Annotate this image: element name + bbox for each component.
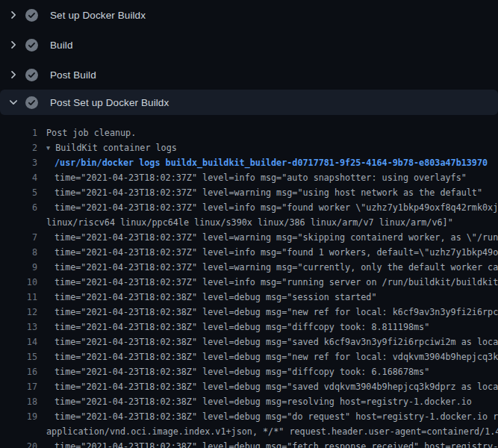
log-line: 13time="2021-04-23T18:02:38Z" level=debu…	[0, 320, 498, 335]
log-line-text: Post job cleanup.	[46, 125, 498, 140]
log-line-text: time="2021-04-23T18:02:37Z" level=warnin…	[46, 260, 498, 275]
log-line-number[interactable]: 11	[0, 290, 37, 305]
log-line-number[interactable]: 20	[0, 439, 37, 448]
log-line-number[interactable]: 9	[0, 260, 37, 275]
log-line: 9time="2021-04-23T18:02:37Z" level=warni…	[0, 260, 498, 275]
log-line-number[interactable]: 8	[0, 245, 37, 260]
log-line-text: time="2021-04-23T18:02:38Z" level=debug …	[46, 439, 498, 448]
log-line-number[interactable]: 6	[0, 200, 37, 215]
log-line: 10time="2021-04-23T18:02:37Z" level=info…	[0, 275, 498, 290]
check-circle-icon	[25, 69, 38, 81]
step-header-post-set-up-docker-buildx[interactable]: Post Set up Docker Buildx	[0, 90, 498, 115]
log-line: 16time="2021-04-23T18:02:38Z" level=debu…	[0, 364, 498, 379]
chevron-right-icon	[7, 9, 19, 21]
log-line: 4time="2021-04-23T18:02:37Z" level=info …	[0, 170, 498, 185]
log-line: 15time="2021-04-23T18:02:38Z" level=debu…	[0, 349, 498, 364]
log-line-number[interactable]: 7	[0, 230, 37, 245]
log-line: 11time="2021-04-23T18:02:38Z" level=debu…	[0, 290, 498, 305]
log-line: 8time="2021-04-23T18:02:37Z" level=info …	[0, 245, 498, 260]
log-line: 6time="2021-04-23T18:02:37Z" level=info …	[0, 200, 498, 215]
log-line-number[interactable]: 15	[0, 349, 37, 364]
log-line-text: time="2021-04-23T18:02:38Z" level=debug …	[46, 379, 498, 394]
log-line-text: time="2021-04-23T18:02:38Z" level=debug …	[46, 290, 498, 305]
log-output: 1Post job cleanup.2▼BuildKit container l…	[0, 115, 498, 448]
log-line-number[interactable]: 12	[0, 305, 37, 320]
log-line-text: time="2021-04-23T18:02:38Z" level=debug …	[46, 349, 498, 364]
log-line: 12time="2021-04-23T18:02:38Z" level=debu…	[0, 305, 498, 320]
chevron-down-icon	[7, 96, 19, 108]
log-line-number[interactable]: 13	[0, 320, 37, 335]
log-line-continuation: linux/riscv64 linux/ppc64le linux/s390x …	[0, 215, 498, 230]
log-line-text: linux/riscv64 linux/ppc64le linux/s390x …	[46, 215, 498, 230]
group-toggle-icon[interactable]: ▼	[46, 140, 50, 155]
log-line-text: application/vnd.oci.image.index.v1+json,…	[46, 424, 498, 439]
step-title: Set up Docker Buildx	[50, 10, 146, 21]
chevron-right-icon	[7, 39, 19, 51]
chevron-right-icon	[7, 69, 19, 81]
log-line-text: time="2021-04-23T18:02:37Z" level=info m…	[46, 200, 498, 215]
log-line: 14time="2021-04-23T18:02:38Z" level=debu…	[0, 335, 498, 349]
log-line-number[interactable]: 5	[0, 185, 37, 200]
log-line-text: time="2021-04-23T18:02:38Z" level=debug …	[46, 320, 498, 335]
log-line-number[interactable]: 17	[0, 379, 37, 394]
job-steps-list: Set up Docker BuildxBuildPost BuildPost …	[0, 0, 498, 115]
log-line-text: time="2021-04-23T18:02:37Z" level=warnin…	[46, 185, 498, 200]
log-line-text: time="2021-04-23T18:02:38Z" level=debug …	[46, 394, 498, 409]
log-line-text: time="2021-04-23T18:02:38Z" level=debug …	[46, 335, 498, 349]
step-header-set-up-docker-buildx[interactable]: Set up Docker Buildx	[0, 0, 498, 30]
step-title: Post Build	[50, 69, 96, 81]
log-line-number[interactable]: 2	[0, 140, 37, 155]
log-line-continuation: application/vnd.oci.image.index.v1+json,…	[0, 424, 498, 439]
step-title: Build	[50, 40, 73, 51]
check-circle-icon	[25, 39, 38, 52]
log-line: 20time="2021-04-23T18:02:38Z" level=debu…	[0, 439, 498, 448]
log-line-text: time="2021-04-23T18:02:37Z" level=info m…	[46, 275, 498, 290]
log-line: 7time="2021-04-23T18:02:37Z" level=warni…	[0, 230, 498, 245]
log-line-number[interactable]: 4	[0, 170, 37, 185]
check-circle-icon	[25, 96, 38, 109]
log-line-number	[0, 215, 37, 230]
log-line-text: time="2021-04-23T18:02:37Z" level=warnin…	[46, 230, 498, 245]
log-line-number[interactable]: 10	[0, 275, 37, 290]
log-command-text: /usr/bin/docker logs buildx_buildkit_bui…	[46, 155, 498, 170]
log-line-number[interactable]: 14	[0, 335, 37, 349]
log-line: 18time="2021-04-23T18:02:38Z" level=debu…	[0, 394, 498, 409]
step-title: Post Set up Docker Buildx	[50, 97, 169, 108]
log-line-number	[0, 424, 37, 439]
log-line-text: time="2021-04-23T18:02:38Z" level=debug …	[46, 409, 498, 424]
log-line-number[interactable]: 19	[0, 409, 37, 424]
log-line: 3/usr/bin/docker logs buildx_buildkit_bu…	[0, 155, 498, 170]
log-line-text: time="2021-04-23T18:02:37Z" level=info m…	[46, 245, 498, 260]
log-line: 17time="2021-04-23T18:02:38Z" level=debu…	[0, 379, 498, 394]
log-line-text: ▼BuildKit container logs	[46, 140, 498, 155]
log-line: 2▼BuildKit container logs	[0, 140, 498, 155]
log-line-number[interactable]: 1	[0, 125, 37, 140]
log-line-number[interactable]: 16	[0, 364, 37, 379]
log-line: 1Post job cleanup.	[0, 125, 498, 140]
log-line-number[interactable]: 18	[0, 394, 37, 409]
log-line-text: time="2021-04-23T18:02:37Z" level=info m…	[46, 170, 498, 185]
log-line-number[interactable]: 3	[0, 155, 37, 170]
step-header-post-build[interactable]: Post Build	[0, 60, 498, 90]
step-header-build[interactable]: Build	[0, 30, 498, 60]
log-group-title: BuildKit container logs	[55, 143, 177, 153]
log-line-text: time="2021-04-23T18:02:38Z" level=debug …	[46, 364, 498, 379]
log-line: 5time="2021-04-23T18:02:37Z" level=warni…	[0, 185, 498, 200]
log-line-text: time="2021-04-23T18:02:38Z" level=debug …	[46, 305, 498, 320]
check-circle-icon	[25, 9, 38, 22]
log-line: 19time="2021-04-23T18:02:38Z" level=debu…	[0, 409, 498, 424]
